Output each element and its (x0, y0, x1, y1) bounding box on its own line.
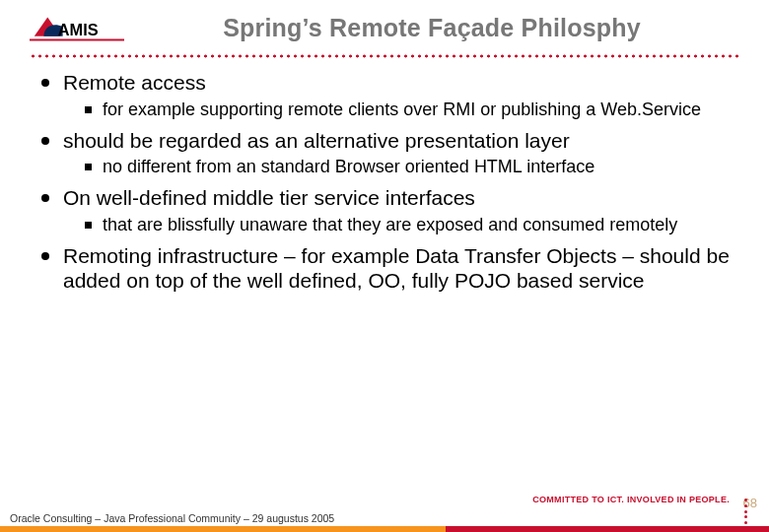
logo-text: AMIS (58, 21, 99, 38)
slide-content: Remote access for example supporting rem… (30, 71, 739, 294)
slide: AMIS Spring’s Remote Façade Philosphy Re… (0, 0, 769, 532)
slide-header: AMIS Spring’s Remote Façade Philosphy (30, 12, 739, 47)
bullet-text: On well-defined middle tier service inte… (63, 186, 475, 209)
footer-bar-red (446, 526, 769, 532)
vertical-dots-icon (744, 499, 747, 524)
bullet-item: should be regarded as an alternative pre… (35, 129, 739, 179)
sub-bullet-item: no different from an standard Browser or… (63, 157, 739, 178)
slide-title: Spring’s Remote Façade Philosphy (124, 12, 739, 42)
sub-bullet-item: that are blissfully unaware that they ar… (63, 215, 739, 236)
divider-dots (30, 53, 739, 59)
amis-logo: AMIS (30, 12, 124, 47)
footer-bar-orange (0, 526, 446, 532)
bullet-text: Remoting infrastructure – for example Da… (63, 244, 730, 292)
bullet-item: On well-defined middle tier service inte… (35, 186, 739, 236)
bullet-item: Remote access for example supporting rem… (35, 71, 739, 121)
bullet-text: Remote access (63, 71, 206, 94)
bullet-text: should be regarded as an alternative pre… (63, 129, 570, 152)
bullet-item: Remoting infrastructure – for example Da… (35, 244, 739, 294)
footer-line: Oracle Consulting – Java Professional Co… (10, 512, 334, 524)
amis-logo-svg: AMIS (30, 12, 124, 47)
footer-tagline: COMMITTED TO ICT. INVOLVED IN PEOPLE. (532, 495, 730, 504)
sub-bullet-item: for example supporting remote clients ov… (63, 100, 739, 121)
